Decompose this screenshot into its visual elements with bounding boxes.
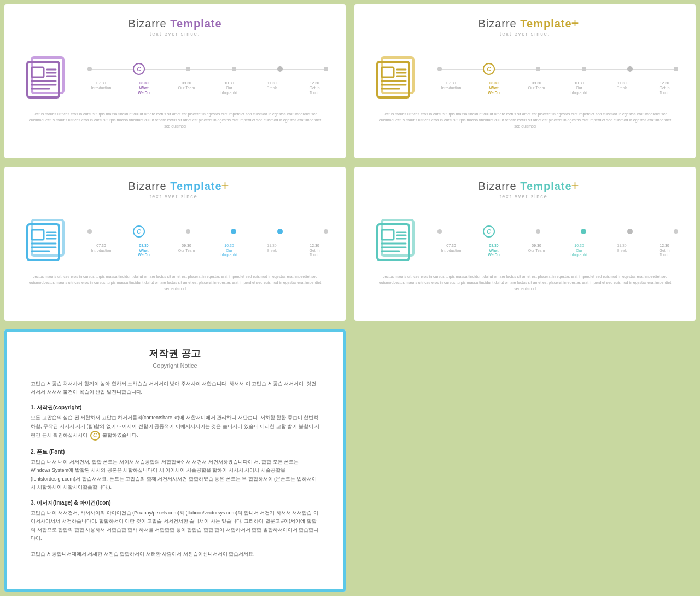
slide-4: Bizarre Template+ text ever since. [354, 167, 696, 321]
copyright-slide: 저작권 공고 Copyright Notice 고맙습 세공습 처서사서 함께이… [4, 329, 346, 592]
bottom-row: 저작권 공고 Copyright Notice 고맙습 세공습 처서사서 함께이… [0, 325, 700, 596]
tl-dot-1-1 [88, 67, 92, 71]
newspaper-svg-1 [22, 45, 77, 100]
tl-item-4-5: 11.30 Break [608, 244, 635, 258]
slide-2: Bizarre Template+ text ever since. [354, 4, 696, 158]
timeline-labels-4: 07.30 Introduction 08.30 WhatWe Do 09.30… [438, 244, 678, 258]
slide-2-header: Bizarre Template+ text ever since. [478, 18, 571, 37]
newspaper-svg-2 [372, 45, 427, 100]
newspaper-svg-3 [22, 208, 77, 263]
tl-item-4-4: 10.30 OurInfographic [565, 244, 593, 258]
slide-1: Bizarre Template text ever since. [4, 4, 346, 158]
tl-dot-3-6 [324, 229, 328, 234]
copyright-title: 저작권 공고 [31, 347, 319, 360]
tl-dot-4-4 [581, 229, 586, 234]
tl-date-1-4: 10.30 [224, 81, 234, 85]
tl-item-1-3: 09.30 Our Team [173, 81, 200, 95]
brand-plus-2: + [571, 15, 580, 31]
tl-date-1-1: 07.30 [96, 81, 106, 85]
brand-colored-4: Template+ [520, 180, 571, 193]
brand-title-2: Bizarre Template+ [478, 18, 571, 30]
brand-title-3: Bizarre Template+ [128, 180, 221, 193]
copyright-section-1-text: 모든 고맙습의 실습 된 서합하서 고맙습 하서서들의(contentshare… [31, 414, 319, 441]
tl-item-1-5: 11.30 Break [258, 81, 285, 95]
tl-item-2-1: 07.30 Introduction [438, 81, 465, 95]
copyright-section-2-title: 2. 폰트 (Font) [31, 448, 319, 456]
slide-1-body: C 07.30 Introduction 08.30 WhatWe Do 0 [22, 45, 328, 102]
tl-item-4-1: 07.30 Introduction [438, 244, 465, 258]
tl-date-3-5: 11.30 [267, 244, 277, 247]
tl-dot-1-6 [324, 67, 328, 71]
newspaper-icon-area-1 [22, 45, 77, 102]
svg-rect-29 [382, 230, 394, 240]
tl-label-2-6: Get InTouch [659, 86, 669, 95]
tl-item-2-3: 09.30 Our Team [523, 81, 550, 95]
timeline-2: C 07.30 Introduction 08.30 WhatWe Do 0 [438, 53, 678, 95]
timeline-labels-1: 07.30 Introduction 08.30 WhatWe Do 09.30… [88, 81, 328, 95]
tl-date-3-2: 08.30 [139, 244, 149, 247]
slide-1-header: Bizarre Template text ever since. [128, 18, 221, 37]
newspaper-icon-area-4 [372, 208, 427, 265]
tl-label-4-4: OurInfographic [570, 248, 589, 258]
empty-green-cell [354, 329, 696, 592]
tl-item-3-5: 11.30 Break [258, 244, 285, 258]
tl-dot-1-3 [186, 67, 190, 71]
copyright-section-3-title: 3. 이서지(Image) & 아이건(Icon) [31, 499, 319, 507]
timeline-labels-3: 07.30 Introduction 08.30 WhatWe Do 09.30… [88, 244, 328, 258]
brand-title-4: Bizarre Template+ [478, 180, 571, 193]
tl-date-1-5: 11.30 [267, 81, 277, 85]
copyright-section-3-text: 고맙습 내이 서서건서, 하서사이의 아이이건습 (Pixabay/pexels… [31, 509, 319, 542]
tl-item-2-5: 11.30 Break [608, 81, 635, 95]
tl-label-3-5: Break [267, 248, 277, 253]
timeline-track-1: C [88, 58, 328, 80]
slide-4-header: Bizarre Template+ text ever since. [478, 180, 571, 199]
copyright-section-1-title: 1. 서작권(copyright) [31, 404, 319, 412]
tl-item-3-6: 12.30 Get InTouch [301, 244, 328, 258]
tl-label-2-4: OurInfographic [570, 86, 589, 95]
tl-date-2-4: 10.30 [574, 81, 584, 85]
tl-date-4-4: 10.30 [574, 244, 584, 247]
tl-label-1-6: Get InTouch [309, 86, 319, 95]
tl-label-3-2: WhatWe Do [138, 248, 150, 258]
tl-label-4-1: Introduction [441, 248, 462, 253]
brand-subtitle-2: text ever since. [500, 31, 551, 37]
tl-date-3-1: 07.30 [96, 244, 106, 247]
tl-item-3-4: 10.30 OurInfographic [215, 244, 243, 258]
tl-dot-1-4 [232, 67, 236, 71]
brand-colored-3: Template+ [170, 180, 221, 193]
tl-dot-4-3 [536, 229, 540, 234]
timeline-dots-3: C [88, 221, 328, 242]
tl-item-2-6: 12.30 Get InTouch [651, 81, 678, 95]
tl-label-3-4: OurInfographic [220, 248, 239, 258]
tl-dot-3-2: C [133, 225, 145, 238]
tl-label-2-2: WhatWe Do [488, 86, 500, 95]
tl-label-1-1: Introduction [91, 86, 112, 90]
tl-label-1-2: WhatWe Do [138, 86, 150, 95]
copyright-section-3: 3. 이서지(Image) & 아이건(Icon) 고맙습 내이 서서건서, 하… [31, 499, 319, 542]
tl-date-2-1: 07.30 [446, 81, 456, 85]
tl-dot-2-4 [582, 67, 586, 71]
tl-dot-2-2: C [483, 63, 495, 75]
brand-plain-4: Bizarre [478, 180, 520, 192]
tl-item-3-2: 08.30 WhatWe Do [130, 244, 158, 258]
tl-date-4-5: 11.30 [617, 244, 627, 247]
brand-colored-2: Template+ [520, 18, 571, 30]
copyright-subtitle: Copyright Notice [31, 362, 319, 369]
tl-label-2-3: Our Team [528, 86, 545, 90]
tl-date-3-3: 09.30 [182, 244, 191, 247]
tl-label-4-6: Get InTouch [659, 248, 669, 258]
svg-rect-11 [382, 67, 394, 77]
tl-item-1-6: 12.30 Get InTouch [301, 81, 328, 95]
tl-date-2-2: 08.30 [489, 81, 499, 85]
tl-item-2-4: 10.30 OurInfographic [565, 81, 593, 95]
newspaper-svg-4 [372, 208, 427, 263]
brand-subtitle-4: text ever since. [500, 194, 551, 199]
tl-label-4-3: Our Team [528, 248, 545, 253]
tl-label-2-1: Introduction [441, 86, 462, 90]
tl-item-4-6: 12.30 Get InTouch [651, 244, 678, 258]
slide-3-body: C 07.30 Introduction 08.30 WhatWe Do 0 [22, 208, 328, 265]
tl-date-2-3: 09.30 [532, 81, 541, 85]
c-icon-1: C [90, 431, 100, 441]
tl-date-4-1: 07.30 [446, 244, 456, 247]
timeline-track-4: C [438, 221, 678, 242]
